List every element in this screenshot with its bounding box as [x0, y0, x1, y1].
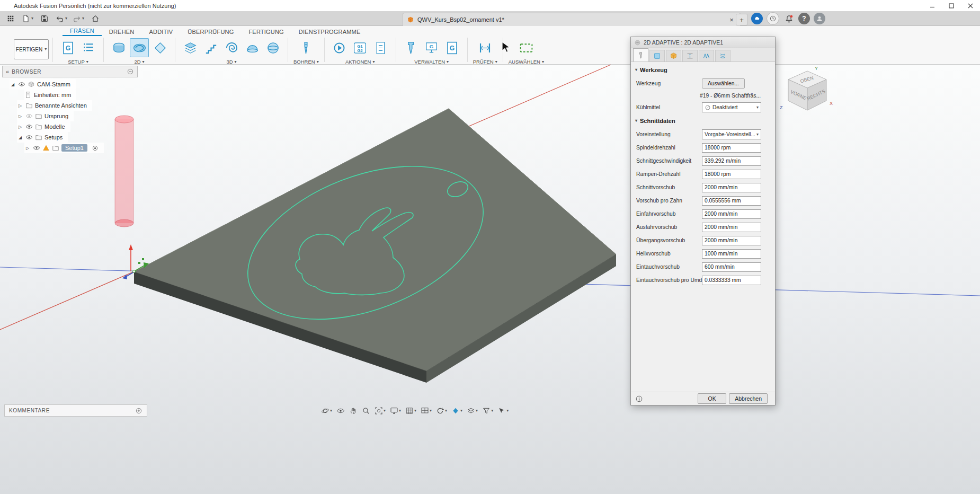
maximize-button[interactable]	[942, 0, 961, 11]
einfahrvorschub-input[interactable]	[702, 209, 761, 219]
uebergangsvorschub-input[interactable]	[702, 236, 761, 245]
post-library-button[interactable]	[443, 38, 462, 57]
eintauchvorschub-pro-umdrehung-input[interactable]	[702, 276, 761, 285]
setup-list-button[interactable]	[79, 38, 98, 57]
measure-button[interactable]	[476, 38, 495, 57]
close-tab-icon[interactable]: ×	[727, 15, 736, 24]
tab-passes[interactable]	[699, 50, 714, 61]
setup-sheet-button[interactable]	[371, 38, 390, 57]
bohren-dropdown[interactable]: BOHREN▾	[293, 59, 319, 65]
simulate-button[interactable]	[330, 38, 349, 57]
expand-toggle-icon[interactable]: ▷	[24, 146, 31, 151]
file-menu-button[interactable]: ▾	[19, 12, 36, 25]
section-collapse-icon[interactable]: ▾	[635, 119, 637, 123]
selection-tools-button[interactable]: ▾	[495, 405, 511, 417]
look-at-button[interactable]	[334, 405, 347, 417]
spindeldrehzahl-input[interactable]	[702, 143, 761, 153]
machine-library-button[interactable]	[422, 38, 441, 57]
tab-drehen[interactable]: DREHEN	[102, 27, 142, 36]
redo-button[interactable]: ▾	[70, 12, 87, 25]
drill-button[interactable]	[297, 38, 316, 57]
2d-adaptive-button[interactable]	[130, 38, 149, 57]
info-icon[interactable]	[635, 395, 643, 403]
3d-contour-button[interactable]	[263, 38, 282, 57]
comments-panel[interactable]: KOMMENTARE	[4, 404, 147, 417]
selected-item-label[interactable]: Setup1	[61, 144, 87, 152]
visibility-eye-icon[interactable]	[25, 134, 33, 141]
post-process-button[interactable]	[351, 38, 370, 57]
verwalten-dropdown[interactable]: VERWALTEN▾	[414, 59, 449, 65]
schnittvorschub-input[interactable]	[702, 183, 761, 192]
filter-button[interactable]: ▾	[480, 405, 495, 417]
notifications-button[interactable]	[783, 13, 795, 24]
visibility-eye-icon[interactable]	[33, 144, 40, 152]
auswaehlen-dropdown[interactable]: AUSWÄHLEN▾	[509, 59, 544, 65]
tab-hoehen[interactable]	[666, 50, 681, 61]
visibility-eye-icon[interactable]	[18, 81, 25, 88]
visibility-eye-icon[interactable]	[25, 112, 33, 120]
expand-toggle-icon[interactable]: ▷	[17, 114, 23, 119]
section-collapse-icon[interactable]: ▾	[635, 68, 637, 72]
browser-item-setup1[interactable]: ▷ Setup1	[24, 143, 104, 153]
coolant-dropdown[interactable]: Deaktiviert ▾	[702, 102, 761, 112]
view-cube[interactable]: OBEN VORNE RECHTS Y X Z	[778, 66, 836, 117]
refresh-button[interactable]: ▾	[434, 405, 449, 417]
app-grid-button[interactable]	[2, 12, 19, 25]
tool-select-button[interactable]: Auswählen...	[702, 78, 745, 89]
user-avatar[interactable]	[814, 13, 825, 24]
zoom-button[interactable]	[360, 405, 372, 417]
browser-item-cam-stamm[interactable]: ◢ CAM-Stamm	[10, 79, 76, 90]
section-schnittdaten[interactable]: ▾ Schnittdaten	[631, 114, 775, 128]
expand-toggle-icon[interactable]: ◢	[17, 135, 23, 140]
orbit-button[interactable]: ▾	[319, 405, 334, 417]
3d-adaptive-button[interactable]	[181, 38, 200, 57]
visual-style-button[interactable]: ▾	[465, 405, 480, 417]
ok-button[interactable]: OK	[698, 393, 726, 404]
2d-pocket-button[interactable]	[109, 38, 128, 57]
home-button[interactable]	[87, 12, 104, 25]
select-button[interactable]	[516, 38, 536, 57]
expand-toggle-icon[interactable]: ▷	[17, 125, 23, 129]
activate-setup-radio[interactable]	[92, 145, 99, 152]
close-button[interactable]	[961, 0, 980, 11]
extensions-button[interactable]	[751, 13, 763, 24]
browser-header[interactable]: « BROWSER	[2, 66, 138, 77]
minimize-button[interactable]	[923, 0, 942, 11]
expand-toggle-icon[interactable]: ▷	[17, 103, 23, 108]
ausfahrvorschub-input[interactable]	[702, 223, 761, 232]
minimize-panel-icon[interactable]	[127, 68, 134, 75]
help-button[interactable]: ?	[798, 13, 810, 24]
tab-additiv[interactable]: ADDITIV	[141, 27, 180, 36]
tab-werkzeug[interactable]	[633, 48, 648, 61]
helixvorschub-input[interactable]	[702, 249, 761, 259]
rampen-drehzahl-input[interactable]	[702, 170, 761, 179]
tab-geometrie[interactable]	[649, 50, 665, 61]
tab-bahnen[interactable]	[682, 50, 698, 61]
add-comment-icon[interactable]	[135, 407, 142, 414]
cancel-button[interactable]: Abbrechen	[729, 393, 768, 404]
browser-item-setups[interactable]: ◢ Setups	[17, 132, 68, 143]
tool-library-button[interactable]	[402, 38, 421, 57]
schnittgeschwindigkeit-input[interactable]	[702, 156, 761, 166]
tab-fraesen[interactable]: FRÄSEN	[63, 26, 102, 36]
browser-item-modelle[interactable]: ▷ Modelle	[17, 121, 70, 132]
effects-button[interactable]: ▾	[449, 405, 465, 417]
tab-dienstprogramme[interactable]: DIENSTPROGRAMME	[291, 27, 368, 36]
pruefen-dropdown[interactable]: PRÜFEN▾	[473, 59, 497, 65]
setup-dropdown[interactable]: SETUP▾	[68, 59, 88, 65]
aktionen-dropdown[interactable]: AKTIONEN▾	[345, 59, 375, 65]
display-settings-button[interactable]: ▾	[388, 405, 403, 417]
fertigen-button[interactable]: FERTIGEN▾	[14, 39, 49, 59]
section-werkzeug[interactable]: ▾ Werkzeug	[631, 63, 775, 77]
preset-dropdown[interactable]: Vorgabe-Voreinstell... ▾	[702, 129, 761, 139]
fit-button[interactable]: ▾	[372, 405, 388, 417]
viewports-button[interactable]: ▾	[418, 405, 434, 417]
pan-button[interactable]	[347, 405, 360, 417]
2d-dropdown[interactable]: 2D▾	[134, 59, 144, 65]
new-tab-button[interactable]: +	[736, 14, 747, 25]
3d-pocket-button[interactable]	[201, 38, 220, 57]
tab-fertigung[interactable]: FERTIGUNG	[241, 27, 291, 36]
browser-item-benannte-ansichten[interactable]: ▷ Benannte Ansichten	[17, 100, 92, 111]
3d-morph-button[interactable]	[243, 38, 262, 57]
expand-toggle-icon[interactable]: ◢	[10, 82, 16, 87]
